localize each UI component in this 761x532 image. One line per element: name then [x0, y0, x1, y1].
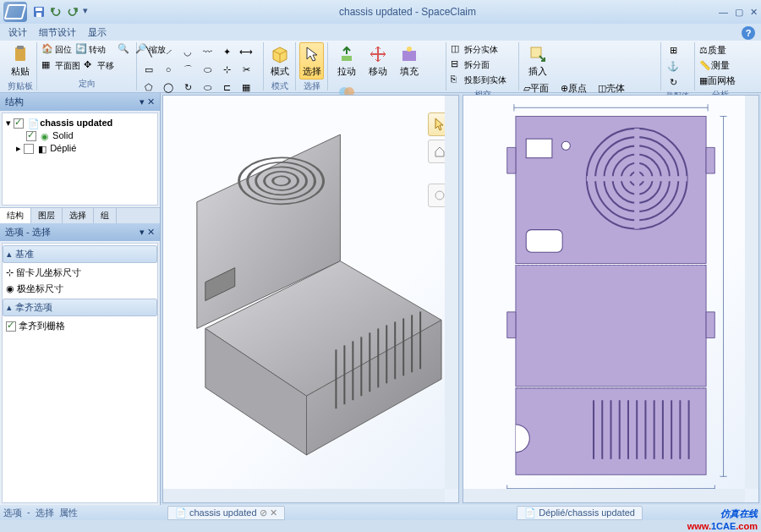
- redo-icon[interactable]: [66, 5, 79, 19]
- view-flat[interactable]: [463, 95, 759, 503]
- mode-button[interactable]: 模式: [267, 42, 292, 80]
- horizontal-scrollbar[interactable]: [163, 489, 445, 502]
- help-button[interactable]: ?: [741, 25, 756, 41]
- menu-design[interactable]: 设计: [8, 26, 27, 39]
- split-body-button[interactable]: ◫拆分实体: [450, 42, 521, 58]
- mass-button[interactable]: ⚖质量: [698, 42, 747, 58]
- home-icon: 🏠: [41, 43, 55, 57]
- zoombox-button[interactable]: 🔍: [116, 42, 133, 58]
- paste-button[interactable]: 粘贴: [7, 42, 33, 80]
- view-3d[interactable]: [162, 95, 459, 503]
- split-body-icon: ◫: [451, 43, 464, 57]
- sketch-arc3-icon[interactable]: ◡: [179, 44, 196, 59]
- doc-tab-2[interactable]: 📄Déplié/chassis updated: [517, 506, 643, 520]
- pan-icon: ✥: [84, 59, 97, 73]
- undo-icon[interactable]: [49, 5, 63, 19]
- ruler-icon: 📏: [699, 60, 711, 71]
- options-group-basis[interactable]: ▴基准: [3, 245, 157, 263]
- vertical-scrollbar[interactable]: [745, 96, 758, 489]
- save-icon[interactable]: [32, 5, 46, 19]
- maximize-button[interactable]: ▢: [735, 7, 743, 18]
- sketch-arc-icon[interactable]: ⌒: [179, 62, 196, 77]
- panel-menu-icon[interactable]: ▾ ✕: [140, 227, 155, 238]
- views-container: [161, 93, 761, 505]
- project-icon: ⎘: [451, 74, 464, 87]
- panel-menu-icon[interactable]: ▾ ✕: [140, 96, 155, 107]
- component-icon: ◧: [38, 144, 48, 154]
- option-cartesian[interactable]: ⊹ 留卡儿坐标尺寸: [3, 265, 157, 281]
- align-button[interactable]: ⊞: [665, 42, 682, 58]
- horizontal-scrollbar[interactable]: [463, 489, 745, 502]
- cursor-icon: [302, 44, 322, 64]
- minimize-button[interactable]: —: [719, 7, 728, 18]
- orient-button[interactable]: ↻: [665, 74, 682, 90]
- pan-button[interactable]: ✥平移: [83, 58, 115, 74]
- sketch-spline-icon[interactable]: 〰: [199, 44, 216, 59]
- close-button[interactable]: ✕: [750, 7, 758, 18]
- model-flat: [463, 96, 758, 502]
- structure-panel-header: 结构▾ ✕: [0, 93, 160, 111]
- tab-layer[interactable]: 图层: [31, 208, 63, 223]
- mesh-button[interactable]: ▦面网格: [698, 73, 747, 88]
- status-tab-select[interactable]: 选择: [36, 507, 54, 519]
- tab-structure[interactable]: 结构: [0, 208, 31, 223]
- sketch-circle-icon[interactable]: ○: [160, 62, 177, 77]
- menu-display[interactable]: 显示: [88, 26, 107, 39]
- sketch-point-icon[interactable]: ✦: [218, 44, 235, 59]
- checkbox-icon[interactable]: [14, 118, 24, 129]
- group-orient-label: 定向: [41, 77, 133, 90]
- doc-icon: 📄: [524, 507, 536, 518]
- sketch-trim-icon[interactable]: ✂: [238, 62, 255, 77]
- tree-item-solid[interactable]: ◉Solid: [6, 129, 154, 142]
- split-face-button[interactable]: ⊟拆分面: [450, 58, 521, 73]
- options-group-snap[interactable]: ▴拿齐选项: [3, 299, 157, 316]
- sketch-line-icon[interactable]: ╲: [140, 44, 157, 59]
- plan-button[interactable]: ▦平面图: [41, 58, 81, 74]
- model-3d: [163, 96, 458, 502]
- fill-button[interactable]: 填充: [394, 42, 424, 80]
- app-logo[interactable]: [3, 2, 27, 22]
- vertical-scrollbar[interactable]: [445, 96, 458, 489]
- group-mode-label: 模式: [267, 80, 292, 93]
- quick-access-toolbar: ▾: [32, 5, 96, 19]
- sketch-dim-icon[interactable]: ⟷: [238, 44, 255, 59]
- doc-tab-1[interactable]: 📄chassis updated⊘ ✕: [167, 506, 285, 520]
- insert-button[interactable]: 插入: [523, 42, 553, 80]
- select-button[interactable]: 选择: [299, 42, 324, 80]
- svg-rect-5: [402, 51, 416, 61]
- project-button[interactable]: ⎘投影到实体: [450, 73, 521, 88]
- home-button[interactable]: 🏠回位: [41, 42, 73, 58]
- mode-3d-icon: [270, 44, 290, 64]
- checkbox-icon[interactable]: [6, 321, 16, 332]
- doc-icon: 📄: [175, 507, 187, 518]
- measure-button[interactable]: 📏测量: [698, 58, 747, 73]
- options-panel-header: 选项 - 选择▾ ✕: [0, 223, 160, 241]
- tab-group[interactable]: 组: [94, 208, 117, 223]
- status-tab-options[interactable]: 选项: [3, 507, 22, 519]
- sketch-rect-icon[interactable]: ▭: [140, 62, 157, 77]
- rotate-icon: 🔄: [75, 43, 89, 57]
- option-polar[interactable]: ◉ 极坐标尺寸: [3, 281, 157, 297]
- option-snap-grid[interactable]: 拿齐到栅格: [3, 318, 157, 334]
- checkbox-icon[interactable]: [26, 131, 36, 141]
- sketch-ref-icon[interactable]: ⊹: [218, 62, 235, 77]
- tree-root[interactable]: ▾ 📄chassis updated: [6, 117, 154, 129]
- svg-rect-50: [526, 230, 562, 253]
- plan-icon: ▦: [41, 59, 55, 73]
- qat-dropdown-icon[interactable]: ▾: [83, 5, 96, 19]
- spin-button[interactable]: 🔄转动: [74, 42, 107, 58]
- sketch-tangent-icon[interactable]: ⟋: [160, 44, 177, 59]
- tab-pin-icon[interactable]: ⊘ ✕: [260, 507, 277, 518]
- svg-point-28: [435, 191, 444, 200]
- pull-button[interactable]: 拉动: [331, 42, 362, 80]
- structure-tree[interactable]: ▾ 📄chassis updated ◉Solid ▸ ◧Déplié: [2, 112, 158, 206]
- status-tab-attrs[interactable]: 属性: [59, 507, 78, 519]
- sketch-ellipse-icon[interactable]: ⬭: [199, 62, 216, 77]
- tree-item-deplie[interactable]: ▸ ◧Déplié: [6, 142, 154, 155]
- anchor-button[interactable]: ⚓: [665, 58, 682, 74]
- watermark: 仿真在线 www.1CAE.com: [648, 505, 758, 532]
- checkbox-icon[interactable]: [24, 144, 34, 154]
- tab-select[interactable]: 选择: [63, 208, 94, 223]
- menu-detail[interactable]: 细节设计: [39, 26, 76, 39]
- move-button[interactable]: 移动: [363, 42, 393, 80]
